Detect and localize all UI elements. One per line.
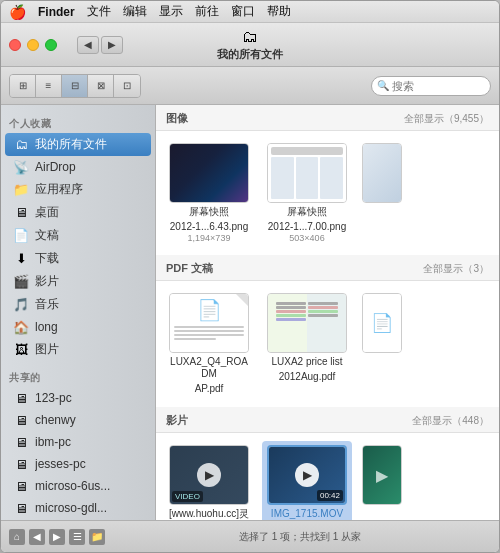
main-area: 个人收藏 🗂 我的所有文件 📡 AirDrop 📁 应用程序 🖥 桌面 📄 文稿 xyxy=(1,105,499,520)
sidebar-item-jessespc[interactable]: 🖥 jesses-pc xyxy=(5,453,151,475)
videos-section-title: 影片 xyxy=(166,413,188,428)
sidebar-label-ibmpc: ibm-pc xyxy=(35,435,71,449)
mov-duration: 00:42 xyxy=(317,490,343,501)
pdf2-subname: 2012Aug.pdf xyxy=(279,371,336,383)
traffic-lights xyxy=(9,39,57,51)
folder-button[interactable]: 📁 xyxy=(89,529,105,545)
sidebar-label-airdrop: AirDrop xyxy=(35,160,76,174)
bottombar: ⌂ ◀ ▶ ☰ 📁 选择了 1 项；共找到 1 从家 xyxy=(1,520,499,552)
pdf2-name: LUXA2 price list xyxy=(271,356,342,368)
all-files-icon: 🗂 xyxy=(13,137,29,153)
file-item-pdf2[interactable]: LUXA2 price list 2012Aug.pdf xyxy=(262,289,352,399)
file-item-video-partial[interactable]: ▶ xyxy=(360,441,404,520)
file-item-pdf-partial[interactable]: 📄 xyxy=(360,289,404,399)
mov-play-icon: ▶ xyxy=(295,463,319,487)
sidebar-item-microsogdl[interactable]: 🖥 microso-gdl... xyxy=(5,497,151,519)
sidebar-item-123pc[interactable]: 🖥 123-pc xyxy=(5,387,151,409)
pictures-icon: 🖼 xyxy=(13,342,29,358)
downloads-icon: ⬇ xyxy=(13,251,29,267)
coverflow-view-button[interactable]: ⊡ xyxy=(114,75,140,97)
screenshot2-name: 屏幕快照 xyxy=(287,206,327,218)
pdf1-subname: AP.pdf xyxy=(195,383,224,395)
sidebar-item-long[interactable]: 🏠 long xyxy=(5,316,151,338)
file-item-screenshot1[interactable]: 屏幕快照 2012-1...6.43.png 1,194×739 xyxy=(164,139,254,247)
forward-button[interactable]: ▶ xyxy=(101,36,123,54)
sidebar-item-documents[interactable]: 📄 文稿 xyxy=(5,224,151,247)
list-view-button[interactable]: ≡ xyxy=(36,75,62,97)
menu-file[interactable]: 文件 xyxy=(87,3,111,20)
mov-name: IMG_1715.MOV xyxy=(271,508,343,520)
airdrop-icon: 📡 xyxy=(13,159,29,175)
finder-icon: 🗂 xyxy=(242,28,258,46)
sidebar: 个人收藏 🗂 我的所有文件 📡 AirDrop 📁 应用程序 🖥 桌面 📄 文稿 xyxy=(1,105,156,520)
menu-window[interactable]: 窗口 xyxy=(231,3,255,20)
123pc-icon: 🖥 xyxy=(13,390,29,406)
file-item-mov[interactable]: ▶ 00:42 IMG_1715.MOV xyxy=(262,441,352,520)
sidebar-shared-header: 共享的 xyxy=(1,367,155,387)
chenwy-icon: 🖥 xyxy=(13,412,29,428)
videos-section-count[interactable]: 全部显示（448） xyxy=(412,414,489,428)
sidebar-item-pictures[interactable]: 🖼 图片 xyxy=(5,338,151,361)
screenshot2-thumb xyxy=(267,143,347,203)
apple-menu[interactable]: 🍎 xyxy=(9,4,26,20)
column-view-button[interactable]: ⊟ xyxy=(62,75,88,97)
cover-view-button[interactable]: ⊠ xyxy=(88,75,114,97)
sidebar-label-documents: 文稿 xyxy=(35,227,59,244)
menu-view[interactable]: 显示 xyxy=(159,3,183,20)
menu-finder[interactable]: Finder xyxy=(38,5,75,19)
menu-go[interactable]: 前往 xyxy=(195,3,219,20)
pdf-grid: 📄 LUXA2_Q4_ROADM AP.pdf xyxy=(156,281,499,407)
sidebar-item-airdrop[interactable]: 📡 AirDrop xyxy=(5,156,151,178)
close-button[interactable] xyxy=(9,39,21,51)
menu-edit[interactable]: 编辑 xyxy=(123,3,147,20)
sidebar-item-desktop[interactable]: 🖥 桌面 xyxy=(5,201,151,224)
sidebar-toggle-button[interactable]: ☰ xyxy=(69,529,85,545)
back-button[interactable]: ◀ xyxy=(77,36,99,54)
minimize-button[interactable] xyxy=(27,39,39,51)
file-item-screenshot-partial[interactable] xyxy=(360,139,404,247)
back-nav-button[interactable]: ◀ xyxy=(29,529,45,545)
sidebar-item-chenwy[interactable]: 🖥 chenwy xyxy=(5,409,151,431)
sidebar-item-music[interactable]: 🎵 音乐 xyxy=(5,293,151,316)
menu-help[interactable]: 帮助 xyxy=(267,3,291,20)
search-container: 🔍 xyxy=(371,76,491,96)
home-button[interactable]: ⌂ xyxy=(9,529,25,545)
sidebar-item-ibmpc[interactable]: 🖥 ibm-pc xyxy=(5,431,151,453)
screenshot-partial-thumb xyxy=(362,143,402,203)
file-item-screenshot2[interactable]: 屏幕快照 2012-1...7.00.png 503×406 xyxy=(262,139,352,247)
video1-name: [www.huohu.cc]灵 xyxy=(169,508,249,520)
sidebar-label-123pc: 123-pc xyxy=(35,391,72,405)
icon-view-button[interactable]: ⊞ xyxy=(10,75,36,97)
sidebar-personal-header: 个人收藏 xyxy=(1,113,155,133)
sidebar-item-downloads[interactable]: ⬇ 下载 xyxy=(5,247,151,270)
search-icon: 🔍 xyxy=(377,80,389,91)
images-grid: 屏幕快照 2012-1...6.43.png 1,194×739 xyxy=(156,131,499,255)
screenshot2-meta: 503×406 xyxy=(289,233,324,243)
sidebar-label-chenwy: chenwy xyxy=(35,413,76,427)
documents-icon: 📄 xyxy=(13,228,29,244)
sidebar-item-movies[interactable]: 🎬 影片 xyxy=(5,270,151,293)
screenshot1-thumb xyxy=(169,143,249,203)
video-play-icon: ▶ xyxy=(197,463,221,487)
pdf-section-title: PDF 文稿 xyxy=(166,261,213,276)
search-input[interactable] xyxy=(371,76,491,96)
microsogdl-icon: 🖥 xyxy=(13,500,29,516)
file-item-video1[interactable]: VIDEO ▶ [www.huohu.cc]灵 魂战车2...字.rmvb xyxy=(164,441,254,520)
maximize-button[interactable] xyxy=(45,39,57,51)
forward-nav-button[interactable]: ▶ xyxy=(49,529,65,545)
video-label: VIDEO xyxy=(172,491,203,502)
ibmpc-icon: 🖥 xyxy=(13,434,29,450)
sidebar-label-pictures: 图片 xyxy=(35,341,59,358)
sidebar-label-music: 音乐 xyxy=(35,296,59,313)
pdf-section-header: PDF 文稿 全部显示（3） xyxy=(156,255,499,281)
pdf-section-count[interactable]: 全部显示（3） xyxy=(423,262,489,276)
images-section-count[interactable]: 全部显示（9,455） xyxy=(404,112,489,126)
pdf1-thumb: 📄 xyxy=(169,293,249,353)
microso6us-icon: 🖥 xyxy=(13,478,29,494)
sidebar-item-microso6us[interactable]: 🖥 microso-6us... xyxy=(5,475,151,497)
sidebar-item-applications[interactable]: 📁 应用程序 xyxy=(5,178,151,201)
long-icon: 🏠 xyxy=(13,319,29,335)
pdf-icon: 📄 xyxy=(197,298,222,322)
file-item-pdf1[interactable]: 📄 LUXA2_Q4_ROADM AP.pdf xyxy=(164,289,254,399)
sidebar-item-all-files[interactable]: 🗂 我的所有文件 xyxy=(5,133,151,156)
